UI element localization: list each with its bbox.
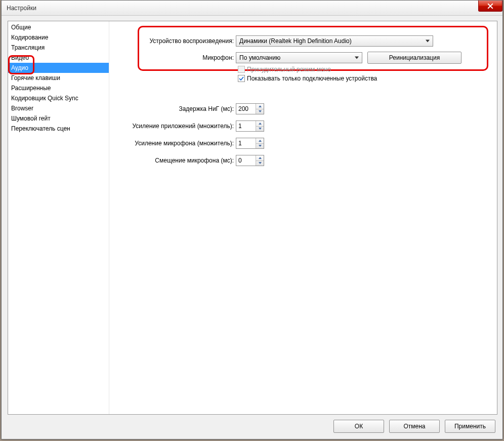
mic-offset-label: Смещение микрофона (мс): — [109, 157, 236, 164]
delay-spinner[interactable]: 200 — [236, 103, 264, 114]
mic-offset-value: 0 — [238, 157, 242, 164]
app-gain-spinner[interactable]: 1 — [236, 121, 264, 132]
sidebar-item-noisegate[interactable]: Шумовой гейт — [8, 113, 109, 124]
main-panel: Устройство воспроизведения: Динамики (Re… — [109, 21, 497, 414]
arrow-down-icon[interactable] — [256, 109, 264, 114]
force-mono-checkbox[interactable] — [238, 66, 245, 73]
arrow-up-icon[interactable] — [256, 155, 264, 161]
reinit-button[interactable]: Реинициализация — [367, 52, 461, 64]
spinner-arrows[interactable] — [256, 155, 264, 166]
delay-label: Задержка НиГ (мс): — [109, 105, 236, 112]
arrow-up-icon[interactable] — [256, 104, 264, 109]
playback-value: Динамики (Realtek High Definition Audio) — [239, 37, 352, 45]
arrow-up-icon[interactable] — [256, 138, 264, 144]
sidebar-item-quicksync[interactable]: Кодировщик Quick Sync — [8, 93, 109, 103]
sidebar-item-browser[interactable]: Browser — [8, 103, 109, 113]
show-connected-label: Показывать только подключенные устройств… — [247, 75, 377, 82]
titlebar: Настройки — [2, 1, 502, 16]
check-icon — [239, 76, 244, 81]
sidebar-item-advanced[interactable]: Расширенные — [8, 83, 109, 93]
spinner-arrows[interactable] — [256, 121, 264, 131]
sidebar-item-hotkeys[interactable]: Горячие клавиши — [8, 73, 109, 83]
mic-value: По умолчанию — [239, 54, 280, 61]
force-mono-label: Принудительный режим моно — [247, 66, 331, 73]
sidebar-item-general[interactable]: Общие — [8, 22, 109, 32]
playback-label: Устройство воспроизведения: — [109, 37, 236, 45]
cancel-button[interactable]: Отмена — [389, 420, 440, 433]
chevron-down-icon — [355, 57, 359, 59]
button-bar: ОК Отмена Применить — [333, 420, 495, 433]
sidebar-item-encoding[interactable]: Кодирование — [8, 32, 109, 43]
app-gain-label: Усиление приложений (множитель): — [109, 123, 236, 130]
content-area: Общие Кодирование Трансляция Видео Аудио… — [8, 21, 497, 415]
arrow-up-icon[interactable] — [256, 121, 264, 127]
sidebar-item-broadcast[interactable]: Трансляция — [8, 43, 109, 53]
mic-gain-label: Усиление микрофона (множитель): — [109, 140, 236, 147]
chevron-down-icon — [426, 40, 430, 43]
sidebar-item-video[interactable]: Видео — [8, 53, 109, 63]
arrow-down-icon[interactable] — [256, 127, 264, 132]
sidebar: Общие Кодирование Трансляция Видео Аудио… — [8, 21, 109, 414]
window-title: Настройки — [7, 5, 36, 12]
spinner-arrows[interactable] — [256, 104, 264, 114]
mic-gain-value: 1 — [238, 140, 242, 147]
ok-button[interactable]: ОК — [333, 420, 384, 433]
arrow-down-icon[interactable] — [256, 161, 264, 166]
form-area: Устройство воспроизведения: Динамики (Re… — [109, 21, 494, 166]
sidebar-item-sceneswitcher[interactable]: Переключатель сцен — [8, 124, 109, 134]
arrow-down-icon[interactable] — [256, 144, 264, 149]
settings-window: Настройки Общие Кодирование Трансляция В… — [1, 0, 503, 439]
apply-button[interactable]: Применить — [445, 420, 495, 433]
delay-value: 200 — [238, 105, 248, 112]
mic-combo[interactable]: По умолчанию — [236, 52, 362, 63]
app-gain-value: 1 — [238, 123, 242, 130]
show-connected-checkbox[interactable] — [238, 75, 245, 82]
mic-label: Микрофон: — [109, 54, 236, 61]
spinner-arrows[interactable] — [256, 138, 264, 148]
mic-offset-spinner[interactable]: 0 — [236, 155, 264, 166]
close-icon — [487, 3, 493, 9]
mic-gain-spinner[interactable]: 1 — [236, 138, 264, 149]
sidebar-item-audio[interactable]: Аудио — [8, 63, 109, 73]
playback-combo[interactable]: Динамики (Realtek High Definition Audio) — [236, 35, 433, 47]
close-button[interactable] — [478, 1, 502, 12]
